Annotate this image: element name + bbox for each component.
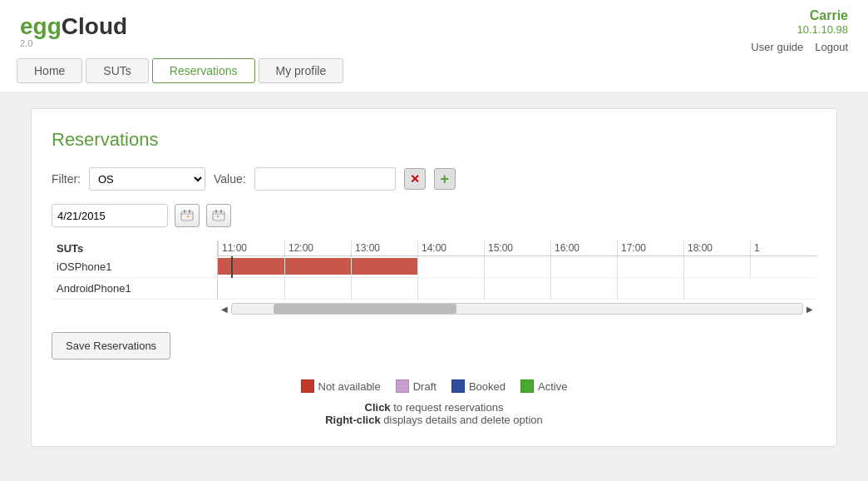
click-info-line2: displays details and delete option <box>381 414 543 426</box>
hour-11: 11:00 <box>218 240 284 255</box>
table-row: iOSPhone1 <box>52 256 816 278</box>
scrollbar-thumb[interactable] <box>274 304 456 314</box>
calendar-right-icon <box>212 209 225 222</box>
username: Carrie <box>810 8 848 23</box>
timeline-scrollbar[interactable]: ◀ ▶ <box>52 303 816 315</box>
legend-draft-color <box>396 379 409 393</box>
grid-line-7 <box>683 256 684 277</box>
legend-active: Active <box>520 379 567 393</box>
hour-16: 16:00 <box>550 240 617 255</box>
cursor-line <box>231 256 233 278</box>
legend: Not available Draft Booked Active <box>52 371 816 393</box>
ios-timeline-cells[interactable] <box>218 256 816 277</box>
hour-17: 17:00 <box>617 240 683 255</box>
legend-active-label: Active <box>538 380 567 393</box>
legend-active-color <box>520 379 534 393</box>
value-input[interactable] <box>254 167 396 191</box>
hour-13: 13:00 <box>351 240 417 255</box>
click-info-line1: to request reservations <box>391 401 504 414</box>
grid-line-1 <box>284 256 285 277</box>
svg-marker-9 <box>217 216 219 218</box>
grid-line-8 <box>750 256 751 277</box>
hour-12: 12:00 <box>284 240 351 255</box>
filter-label: Filter: <box>52 172 81 186</box>
android-timeline-cells[interactable] <box>218 278 816 299</box>
filter-select[interactable]: OS Name Type Status <box>89 167 205 191</box>
legend-not-available-label: Not available <box>318 380 381 393</box>
nav-suts[interactable]: SUTs <box>86 58 148 83</box>
legend-draft: Draft <box>396 379 436 393</box>
right-click-word: Right-click <box>325 414 380 426</box>
scroll-left-arrow[interactable]: ◀ <box>218 303 231 315</box>
grid-line-4 <box>484 256 485 277</box>
reservation-block-ios[interactable] <box>218 258 417 275</box>
hour-14: 14:00 <box>417 240 484 255</box>
table-row: AndroidPhone1 <box>52 278 816 300</box>
user-guide-link[interactable]: User guide <box>751 41 803 53</box>
click-info: Click to request reservations Right-clic… <box>52 401 816 426</box>
click-word: Click <box>365 401 391 414</box>
app-version: 2.0 <box>20 38 127 48</box>
clear-filter-button[interactable]: ✕ <box>404 168 426 190</box>
legend-booked: Booked <box>451 379 506 393</box>
app-logo: eggCloud <box>20 13 127 40</box>
legend-not-available: Not available <box>301 379 381 393</box>
sut-android-label: AndroidPhone1 <box>52 278 218 299</box>
save-reservations-button[interactable]: Save Reservations <box>52 332 170 360</box>
scrollbar-track[interactable] <box>231 303 803 315</box>
grid-line-5 <box>550 256 551 277</box>
add-filter-button[interactable]: + <box>434 168 456 190</box>
nav-myprofile[interactable]: My profile <box>259 58 344 83</box>
logout-link[interactable]: Logout <box>815 41 848 53</box>
value-label: Value: <box>214 172 246 186</box>
legend-booked-label: Booked <box>469 380 506 393</box>
svg-marker-4 <box>186 216 189 218</box>
user-ip: 10.1.10.98 <box>797 23 848 36</box>
calendar-left-icon <box>180 209 194 222</box>
prev-date-button[interactable] <box>175 204 200 227</box>
logo-part1: egg <box>20 13 62 39</box>
hour-18: 18:00 <box>683 240 750 255</box>
next-date-button[interactable] <box>206 204 231 227</box>
nav-reservations[interactable]: Reservations <box>152 58 255 83</box>
grid-line-3 <box>417 256 418 277</box>
hour-15: 15:00 <box>484 240 550 255</box>
scroll-right-arrow[interactable]: ▶ <box>803 303 816 315</box>
sut-column-header: SUTs <box>52 240 218 256</box>
legend-not-available-color <box>301 379 314 393</box>
legend-draft-label: Draft <box>413 380 436 393</box>
logo-part2: Cloud <box>62 13 127 39</box>
page-title: Reservations <box>52 129 816 151</box>
legend-booked-color <box>451 379 465 393</box>
grid-line-6 <box>617 256 618 277</box>
grid-line-2 <box>351 256 352 277</box>
sut-ios-label: iOSPhone1 <box>52 256 218 277</box>
date-input[interactable] <box>52 204 168 227</box>
nav-home[interactable]: Home <box>17 58 82 83</box>
hour-next: 1 <box>750 240 816 255</box>
